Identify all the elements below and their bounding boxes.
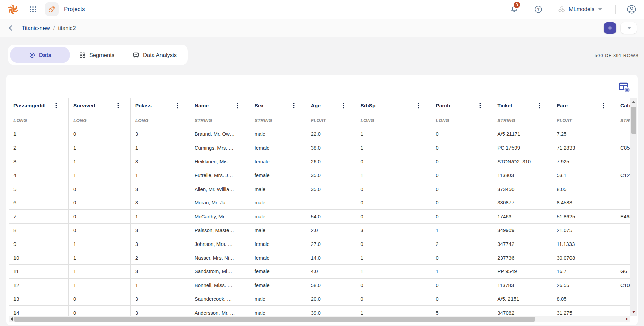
table-row: 1113Sandstrom, Mi…female4.011PP 954916.7… [9,265,630,279]
column-header-pclass[interactable]: Pclass [131,98,190,113]
tab-segments[interactable]: Segments [70,47,123,63]
org-switcher[interactable]: MLmodels [558,5,602,13]
column-menu-kebab-icon[interactable] [293,103,295,109]
table-cell: 347742 [493,237,552,251]
column-type-passengerid: LONG [9,113,69,127]
table-cell: 0 [356,196,431,209]
breadcrumb-project[interactable]: Titanic-new [22,25,50,31]
column-header-age[interactable]: Age [306,98,356,113]
help-icon: ? [534,5,543,14]
tab-data[interactable]: Data [10,47,70,63]
table-cell: 1 [69,251,131,264]
projects-nav-label[interactable]: Projects [64,6,85,13]
view-tabs: Data Segments Data Analysis [8,45,188,65]
notification-badge: 3 [513,1,521,9]
table-cell: female [250,279,306,292]
column-header-cabin[interactable]: Cabin [616,98,630,113]
table-cell [616,251,630,264]
breadcrumb-separator: / [53,25,55,31]
table-row: 211Cumings, Mrs. …female38.010PC 1759971… [9,141,630,155]
table-cell: 7.925 [552,155,616,168]
table-cell: 1 [356,265,431,278]
table-cell: 35.0 [306,168,356,182]
column-type-cabin: STRING [616,113,630,127]
table-cell: 21.075 [552,224,616,237]
column-header-sex[interactable]: Sex [250,98,306,113]
table-cell [616,224,630,237]
table-cell: C123 [616,168,630,182]
back-chevron-icon [7,24,15,32]
scroll-left-arrow-icon[interactable] [10,317,13,321]
table-cell: 113783 [493,279,552,292]
table-cell: 347082 [493,306,552,316]
column-menu-kebab-icon[interactable] [539,103,540,109]
table-cell: 2 [431,237,493,251]
column-menu-kebab-icon[interactable] [479,103,481,109]
table-cell: male [250,224,306,237]
user-avatar[interactable] [626,4,637,14]
horizontal-scrollbar[interactable] [9,316,630,322]
table-cell: 54.0 [306,210,356,223]
table-cell: 0 [69,196,131,209]
column-header-ticket[interactable]: Ticket [493,98,552,113]
column-menu-kebab-icon[interactable] [55,103,57,109]
column-header-label: SibSp [360,103,375,109]
column-header-survived[interactable]: Survived [69,98,131,113]
table-cell: 1 [69,141,131,155]
table-cell: 0 [356,292,431,306]
table-settings-button[interactable] [618,82,630,94]
table-cell: 3 [131,292,190,306]
add-button[interactable] [604,22,616,34]
table-cell: Futrelle, Mrs. J… [190,168,250,182]
column-menu-kebab-icon[interactable] [343,103,344,109]
horizontal-scroll-thumb[interactable] [14,317,535,322]
table-cell: 4.0 [306,265,356,278]
column-menu-kebab-icon[interactable] [603,103,604,109]
help-button[interactable]: ? [534,5,543,14]
column-menu-kebab-icon[interactable] [117,103,119,109]
scroll-right-arrow-icon[interactable] [626,317,628,321]
table-cell: 330877 [493,196,552,209]
projects-rocket-tile[interactable] [45,2,59,16]
table-cell [616,182,630,196]
back-button[interactable] [7,24,15,32]
table-cell: 9 [9,237,69,251]
table-cell: 0 [431,251,493,264]
table-cell [306,196,356,209]
scroll-up-arrow-icon[interactable] [632,101,635,103]
table-cell: PP 9549 [493,265,552,278]
table-cell: 0 [356,182,431,196]
table-cell: Sandstrom, Mi… [190,265,250,278]
data-table-card: PassengerIdSurvivedPclassNameSexAgeSibSp… [6,75,638,325]
more-actions-dropdown-button[interactable] [621,22,637,34]
vertical-scrollbar[interactable] [630,98,637,316]
column-menu-kebab-icon[interactable] [418,103,419,109]
column-header-sibsp[interactable]: SibSp [356,98,431,113]
column-menu-kebab-icon[interactable] [177,103,178,109]
table-cell: 1 [131,279,190,292]
divider [24,5,24,14]
vertical-scroll-thumb[interactable] [631,107,636,134]
column-header-name[interactable]: Name [190,98,250,113]
table-cell: 1 [356,168,431,182]
column-header-passengerid[interactable]: PassengerId [9,98,69,113]
table-cell: 71.2833 [552,141,616,155]
data-analysis-icon [133,52,139,58]
app-logo-icon[interactable] [7,4,18,15]
table-row: 1211Bonnell, Miss. …female58.00011378326… [9,279,630,292]
rows-count-info: 500 OF 891 ROWS [595,53,639,58]
column-menu-kebab-icon[interactable] [237,103,238,109]
table-cell [616,306,630,316]
apps-grid-icon[interactable] [29,6,37,13]
scroll-down-arrow-icon[interactable] [632,311,635,313]
column-header-fare[interactable]: Fare [552,98,616,113]
plus-icon [607,25,613,31]
chevron-down-icon [627,27,631,29]
table-cell: 0 [356,279,431,292]
table-cell: 11 [9,265,69,278]
tab-data-analysis[interactable]: Data Analysis [123,47,186,63]
column-header-parch[interactable]: Parch [431,98,493,113]
notifications-button[interactable]: 3 [510,5,519,14]
table-row: 913Johnson, Mrs. …female27.00234774211.1… [9,237,630,251]
table-cell [616,237,630,251]
